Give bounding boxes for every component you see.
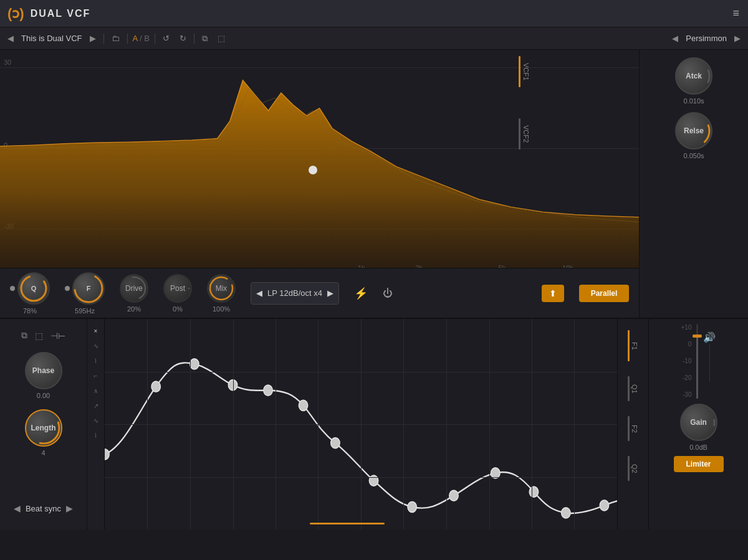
svg-point-4 [210,277,233,300]
phase-knob-label: Phase [32,366,54,375]
lfo-reset-icon[interactable]: ⊣⊢ [49,330,67,342]
f-knob[interactable]: F [72,272,105,305]
power-icon[interactable]: ⏻ [383,288,393,299]
speaker-icon[interactable]: 🔊 [703,331,716,343]
lfo-grid-h1 [105,372,617,373]
phase-value: 0.00 [37,392,50,399]
shape-saw-down[interactable]: ↗ [89,399,103,412]
preset-right-next[interactable]: ▶ [732,32,743,44]
length-knob-group: Length 4 [25,409,62,457]
redo-button[interactable]: ↻ [177,32,189,44]
bottom-section: ⧉ ⬚ ⊣⊢ Phase 0.00 Length 4 ◀ Beat sync [0,318,748,529]
preset-prev-button[interactable]: ◀ [5,32,16,44]
drive-knob-group: Drive 20% [120,274,148,313]
ab-a-label: A [133,34,138,43]
post-knob[interactable]: Post [163,274,192,303]
collapse-button[interactable]: ⬆ [542,285,564,302]
shape-sine[interactable]: ∿ [89,339,103,353]
filter-control-dot[interactable] [309,166,317,174]
gain-knob[interactable]: Gain [680,404,717,441]
vol-label-neg10: -10 [683,358,691,364]
lfo-controls-left: ⧉ ⬚ ⊣⊢ Phase 0.00 Length 4 ◀ Beat sync [0,319,87,529]
menu-button[interactable]: ≡ [732,7,741,20]
svg-point-14 [331,438,340,448]
slider-thumb[interactable] [693,335,702,338]
atck-knob[interactable]: Atck [675,57,712,95]
shape-saw-up[interactable]: ∧ [89,384,103,397]
copy-button[interactable]: ⧉ [199,32,210,45]
shape-random[interactable]: ∿ [89,414,103,427]
undo-button[interactable]: ↺ [160,32,172,44]
volume-section: +10 0 -10 -20 -30 🔊 [654,324,743,399]
q-dot [10,286,15,291]
relse-value: 0.050s [683,152,704,159]
drive-knob[interactable]: Drive [120,274,148,303]
separator4 [194,34,194,44]
beat-sync-next[interactable]: ▶ [66,503,73,513]
filter-display[interactable]: 30 0 -30 [0,50,639,268]
phase-knob[interactable]: Phase [25,352,62,389]
vcf1-indicator: VCF1 [519,56,530,87]
paste-button[interactable]: ⬚ [215,32,228,44]
volume-slider[interactable] [696,324,698,399]
freq-2k: 2k [415,264,423,268]
ab-slash: / [138,34,145,43]
separator3 [155,34,155,44]
filter-next-arrow[interactable]: ▶ [327,288,333,298]
shape-none[interactable]: × [89,324,103,338]
flash-icon[interactable]: ⚡ [354,287,368,300]
f-dot [65,286,70,291]
shape-custom[interactable]: ⌇ [89,429,103,442]
lfo-target-panel: F1 Q1 F2 Q2 [617,319,648,529]
beat-sync-prev[interactable]: ◀ [14,503,21,513]
svg-point-3 [166,277,189,300]
main-area: VCF1 VCF2 30 0 -30 [0,50,748,318]
vol-label-0: 0 [688,341,692,348]
right-panel: Atck 0.010s Relse 0.050s [639,50,748,318]
f1-bar [628,330,630,361]
shape-triangle[interactable]: ⌇ [89,354,103,368]
f2-label: F2 [631,425,638,433]
length-knob[interactable]: Length [25,409,62,447]
separator [103,34,104,44]
filter-prev-arrow[interactable]: ◀ [256,288,262,298]
vol-label-10: +10 [681,324,692,331]
limiter-button[interactable]: Limiter [674,456,724,472]
preset-next-button[interactable]: ▶ [87,32,98,44]
q-knob[interactable]: Q [17,272,50,305]
lfo-grid-h3 [105,477,617,478]
atck-knob-group: Atck 0.010s [675,57,712,105]
svg-point-19 [529,486,538,497]
lfo-far-right-panel: +10 0 -10 -20 -30 🔊 [648,319,748,529]
svg-point-22 [683,407,714,438]
mix-knob[interactable]: Mix [207,274,236,303]
lfo-playhead [310,523,385,524]
lfo-copy-icon[interactable]: ⧉ [20,329,29,342]
parallel-button[interactable]: Parallel [579,285,629,302]
lfo-toolbar: ⧉ ⬚ ⊣⊢ [5,329,82,342]
relse-knob[interactable]: Relse [675,112,712,149]
vol-labels: +10 0 -10 -20 -30 [681,324,692,398]
logo-icon: (ↄ) [7,6,24,22]
app-title: DUAL VCF [31,8,91,19]
beat-sync-label: Beat sync [26,504,61,513]
logo: (ↄ) DUAL VCF [7,6,90,22]
gain-value: 0.0dB [689,444,707,451]
q1-bar [628,376,630,401]
svg-point-10 [190,359,199,369]
ab-selector[interactable]: A / B [133,34,150,43]
vcf2-indicator: VCF2 [519,118,530,149]
controls-bar: Q 78% F 595Hz [0,268,639,318]
filter-type-selector[interactable]: ◀ LP 12dB/oct x4 ▶ [251,282,339,305]
folder-button[interactable]: 🗀 [109,32,122,44]
vcf1-label: VCF1 [522,63,530,80]
preset-right-area: ◀ Persimmon ▶ [669,32,743,44]
lfo-display[interactable] [105,319,617,529]
filter-type-label: LP 12dB/oct x4 [267,288,322,298]
ab-b-label: B [144,34,150,43]
preset-right-prev[interactable]: ◀ [669,32,681,44]
shape-square[interactable]: ⌐ [89,369,103,382]
f-knob-group: F 595Hz [65,272,105,315]
lfo-paste-icon[interactable]: ⬚ [34,330,44,342]
f1-group: F1 [628,330,638,361]
